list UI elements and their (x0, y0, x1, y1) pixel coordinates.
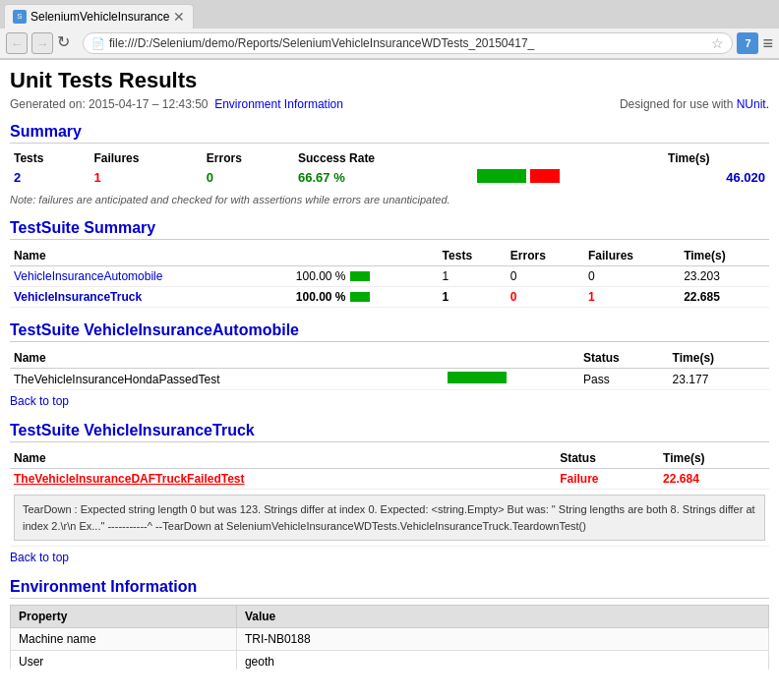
tab-title: SeleniumVehicleInsurance (30, 10, 169, 24)
ts-time-2: 22.685 (680, 287, 769, 308)
error-row: TearDown : Expected string length 0 but … (10, 490, 769, 547)
env-prop-1: User (11, 651, 237, 671)
back-button[interactable]: ← (6, 32, 28, 54)
error-box: TearDown : Expected string length 0 but … (14, 495, 765, 541)
bookmark-icon[interactable]: ☆ (711, 35, 724, 51)
address-bar[interactable]: 📄 file:///D:/Selenium/demo/Reports/Selen… (83, 32, 733, 54)
ta-col-status: Status (579, 348, 669, 369)
col-tests: Tests (10, 149, 90, 167)
table-row: TheVehicleInsuranceHondaPassedTest Pass … (10, 369, 769, 390)
ts-failures-2: 1 (584, 287, 680, 308)
tt-test-bar (538, 469, 556, 490)
table-row: VehicleInsuranceTruck 100.00 % 1 0 1 22.… (10, 287, 769, 308)
testsuite-truck-table: Name Status Time(s) TheVehicleInsuranceD… (10, 448, 769, 547)
ta-test-bar (444, 369, 579, 390)
page-content: Unit Tests Results Generated on: 2015-04… (0, 60, 779, 670)
summary-row: 2 1 0 66.67 % 46.020 (10, 167, 769, 188)
ts-tests-2: 1 (439, 287, 507, 308)
red-bar (530, 169, 560, 183)
ts-pct-1: 100.00 % (292, 266, 439, 287)
tab-bar: S SeleniumVehicleInsurance ✕ (0, 0, 779, 29)
error-cell: TearDown : Expected string length 0 but … (10, 490, 769, 547)
ts-name-1: VehicleInsuranceAutomobile (10, 266, 292, 287)
back-to-top-truck: Back to top (10, 551, 769, 564)
table-row: Machine name TRI-NB0188 (11, 628, 769, 651)
table-row: VehicleInsuranceAutomobile 100.00 % 1 0 … (10, 266, 769, 287)
browser-tab[interactable]: S SeleniumVehicleInsurance ✕ (4, 4, 194, 29)
tt-col-time: Time(s) (659, 448, 769, 469)
summary-failures: 1 (90, 167, 202, 188)
nunit-link[interactable]: NUnit. (737, 97, 769, 111)
summary-table: Tests Failures Errors Success Rate Time(… (10, 149, 769, 188)
pct-bar-1 (350, 271, 370, 281)
extension-button[interactable]: 7 (737, 32, 758, 54)
testsuite-truck-section: TestSuite VehicleInsuranceTruck Name Sta… (10, 422, 769, 564)
tab-favicon: S (13, 10, 27, 24)
ts-name-2: VehicleInsuranceTruck (10, 287, 292, 308)
summary-bar (473, 167, 664, 188)
pct-bar-2 (350, 292, 370, 302)
ts-col-pct (292, 246, 439, 266)
environment-title: Environment Information (10, 578, 769, 599)
testsuite-truck-title: TestSuite VehicleInsuranceTruck (10, 422, 769, 442)
tt-col-status: Status (556, 448, 659, 469)
testsuite-automobile-section: TestSuite VehicleInsuranceAutomobile Nam… (10, 321, 769, 408)
table-row: TheVehicleInsuranceDAFTruckFailedTest Fa… (10, 469, 769, 490)
col-errors: Errors (203, 149, 294, 167)
ts-col-errors: Errors (507, 246, 584, 266)
ts-col-name: Name (10, 246, 292, 266)
col-failures: Failures (90, 149, 202, 167)
ts-col-failures: Failures (584, 246, 680, 266)
summary-success-rate: 66.67 % (294, 167, 473, 188)
col-success-rate: Success Rate (294, 149, 473, 167)
ts-failures-1: 0 (584, 266, 680, 287)
summary-section: Summary Tests Failures Errors Success Ra… (10, 123, 769, 205)
env-col-value: Value (236, 606, 768, 628)
ts-col-time: Time(s) (680, 246, 769, 266)
ta-test-time: 23.177 (669, 369, 769, 390)
summary-time: 46.020 (664, 167, 769, 188)
tt-col-name: Name (10, 448, 538, 469)
summary-title: Summary (10, 123, 769, 144)
env-prop-0: Machine name (11, 628, 237, 651)
testsuite-automobile-table: Name Status Time(s) TheVehicleInsuranceH… (10, 348, 769, 390)
environment-table: Property Value Machine name TRI-NB0188 U… (10, 605, 769, 670)
testsuite-automobile-title: TestSuite VehicleInsuranceAutomobile (10, 321, 769, 342)
file-icon: 📄 (91, 37, 105, 50)
col-time: Time(s) (664, 149, 769, 167)
summary-tests: 2 (10, 167, 90, 188)
ts-time-1: 23.203 (680, 266, 769, 287)
ts-col-tests: Tests (439, 246, 507, 266)
generated-line: Generated on: 2015-04-17 – 12:43:50 Envi… (10, 97, 769, 111)
ta-test-name: TheVehicleInsuranceHondaPassedTest (10, 369, 444, 390)
env-val-0: TRI-NB0188 (236, 628, 768, 651)
summary-errors: 0 (203, 167, 294, 188)
env-info-link[interactable]: Environment Information (214, 97, 343, 111)
tt-test-status: Failure (556, 469, 659, 490)
ta-test-status: Pass (579, 369, 669, 390)
browser-chrome: S SeleniumVehicleInsurance ✕ ← → ↻ 📄 fil… (0, 0, 779, 60)
menu-button[interactable]: ≡ (762, 33, 773, 54)
ta-col-time: Time(s) (669, 348, 769, 369)
tt-test-time: 22.684 (659, 469, 769, 490)
back-to-top-automobile: Back to top (10, 394, 769, 408)
table-row: User geoth (11, 651, 769, 671)
designed-for: Designed for use with NUnit. (620, 97, 769, 111)
tab-close-button[interactable]: ✕ (173, 9, 185, 25)
testsuite-summary-table: Name Tests Errors Failures Time(s) Vehic… (10, 246, 769, 308)
page-title: Unit Tests Results (10, 68, 769, 93)
env-val-1: geoth (236, 651, 768, 671)
pass-bar (448, 372, 507, 383)
refresh-button[interactable]: ↻ (57, 32, 79, 54)
col-bar (473, 149, 664, 167)
green-bar (477, 169, 526, 183)
ts-pct-2: 100.00 % (292, 287, 439, 308)
testsuite-summary-section: TestSuite Summary Name Tests Errors Fail… (10, 219, 769, 308)
env-col-property: Property (11, 606, 237, 628)
address-text: file:///D:/Selenium/demo/Reports/Seleniu… (109, 36, 707, 50)
tt-col-bar (538, 448, 556, 469)
forward-button[interactable]: → (31, 32, 53, 54)
ta-col-bar (444, 348, 579, 369)
environment-section: Environment Information Property Value M… (10, 578, 769, 670)
summary-note: Note: failures are anticipated and check… (10, 194, 769, 205)
